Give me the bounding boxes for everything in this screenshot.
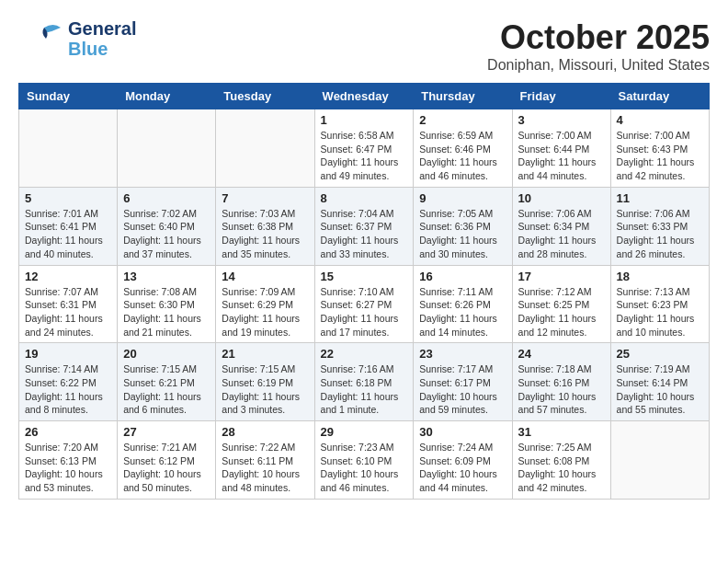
day-number: 19 xyxy=(25,347,111,361)
day-info: Sunrise: 7:06 AM Sunset: 6:33 PM Dayligh… xyxy=(617,207,703,261)
calendar-day-cell: 5Sunrise: 7:01 AM Sunset: 6:41 PM Daylig… xyxy=(19,187,118,265)
logo-blue: Blue xyxy=(68,39,136,59)
day-number: 25 xyxy=(617,347,703,361)
month-year-title: October 2025 xyxy=(487,18,710,57)
day-info: Sunrise: 7:22 AM Sunset: 6:11 PM Dayligh… xyxy=(222,441,308,495)
day-info: Sunrise: 7:08 AM Sunset: 6:30 PM Dayligh… xyxy=(123,285,210,339)
logo: General Blue xyxy=(18,18,136,59)
calendar-day-cell: 4Sunrise: 7:00 AM Sunset: 6:43 PM Daylig… xyxy=(610,109,709,188)
calendar-day-cell xyxy=(19,109,118,188)
calendar-day-cell: 28Sunrise: 7:22 AM Sunset: 6:11 PM Dayli… xyxy=(216,421,314,500)
calendar-day-cell: 15Sunrise: 7:10 AM Sunset: 6:27 PM Dayli… xyxy=(314,265,414,343)
calendar-day-cell xyxy=(118,109,216,188)
calendar-day-cell: 12Sunrise: 7:07 AM Sunset: 6:31 PM Dayli… xyxy=(19,265,118,343)
day-number: 5 xyxy=(25,191,111,205)
calendar-day-cell: 26Sunrise: 7:20 AM Sunset: 6:13 PM Dayli… xyxy=(19,421,118,500)
day-number: 15 xyxy=(321,270,408,283)
day-number: 27 xyxy=(123,425,210,439)
calendar-day-cell: 25Sunrise: 7:19 AM Sunset: 6:14 PM Dayli… xyxy=(610,343,709,421)
weekday-header-tuesday: Tuesday xyxy=(216,84,314,109)
day-number: 28 xyxy=(222,425,308,439)
weekday-header-monday: Monday xyxy=(118,84,216,109)
calendar-week-row: 12Sunrise: 7:07 AM Sunset: 6:31 PM Dayli… xyxy=(19,265,710,343)
calendar-day-cell: 19Sunrise: 7:14 AM Sunset: 6:22 PM Dayli… xyxy=(19,343,118,421)
day-number: 30 xyxy=(419,425,506,439)
calendar-day-cell: 10Sunrise: 7:06 AM Sunset: 6:34 PM Dayli… xyxy=(512,187,610,265)
calendar-day-cell: 9Sunrise: 7:05 AM Sunset: 6:36 PM Daylig… xyxy=(414,187,512,265)
day-number: 11 xyxy=(617,191,703,205)
calendar-day-cell: 14Sunrise: 7:09 AM Sunset: 6:29 PM Dayli… xyxy=(216,265,314,343)
day-info: Sunrise: 7:18 AM Sunset: 6:16 PM Dayligh… xyxy=(518,362,605,417)
day-number: 31 xyxy=(518,425,605,439)
calendar-week-row: 19Sunrise: 7:14 AM Sunset: 6:22 PM Dayli… xyxy=(19,343,710,421)
day-info: Sunrise: 7:09 AM Sunset: 6:29 PM Dayligh… xyxy=(222,285,308,339)
calendar-day-cell: 2Sunrise: 6:59 AM Sunset: 6:46 PM Daylig… xyxy=(414,109,512,188)
day-info: Sunrise: 7:05 AM Sunset: 6:36 PM Dayligh… xyxy=(419,207,506,261)
calendar-day-cell: 29Sunrise: 7:23 AM Sunset: 6:10 PM Dayli… xyxy=(314,421,414,500)
day-number: 20 xyxy=(123,347,210,361)
day-info: Sunrise: 7:00 AM Sunset: 6:44 PM Dayligh… xyxy=(518,129,605,183)
day-info: Sunrise: 7:11 AM Sunset: 6:26 PM Dayligh… xyxy=(419,285,506,339)
day-info: Sunrise: 7:13 AM Sunset: 6:23 PM Dayligh… xyxy=(617,285,703,339)
calendar-day-cell: 18Sunrise: 7:13 AM Sunset: 6:23 PM Dayli… xyxy=(610,265,709,343)
calendar-day-cell: 24Sunrise: 7:18 AM Sunset: 6:16 PM Dayli… xyxy=(512,343,610,421)
day-info: Sunrise: 7:06 AM Sunset: 6:34 PM Dayligh… xyxy=(518,207,605,261)
day-number: 18 xyxy=(617,270,703,283)
day-info: Sunrise: 7:12 AM Sunset: 6:25 PM Dayligh… xyxy=(518,285,605,339)
calendar-day-cell: 16Sunrise: 7:11 AM Sunset: 6:26 PM Dayli… xyxy=(414,265,512,343)
title-section: October 2025 Doniphan, Missouri, United … xyxy=(487,18,710,74)
calendar-week-row: 26Sunrise: 7:20 AM Sunset: 6:13 PM Dayli… xyxy=(19,421,710,500)
day-info: Sunrise: 7:07 AM Sunset: 6:31 PM Dayligh… xyxy=(25,285,111,339)
day-info: Sunrise: 7:15 AM Sunset: 6:21 PM Dayligh… xyxy=(123,362,210,417)
day-number: 6 xyxy=(123,191,210,205)
day-info: Sunrise: 7:02 AM Sunset: 6:40 PM Dayligh… xyxy=(123,207,210,261)
day-number: 8 xyxy=(321,191,408,205)
page-header: General Blue October 2025 Doniphan, Miss… xyxy=(18,18,710,74)
day-info: Sunrise: 6:59 AM Sunset: 6:46 PM Dayligh… xyxy=(419,129,506,183)
weekday-header-thursday: Thursday xyxy=(414,84,512,109)
day-number: 17 xyxy=(518,270,605,283)
day-number: 13 xyxy=(123,270,210,283)
day-info: Sunrise: 7:03 AM Sunset: 6:38 PM Dayligh… xyxy=(222,207,308,261)
day-info: Sunrise: 7:25 AM Sunset: 6:08 PM Dayligh… xyxy=(518,441,605,495)
day-number: 4 xyxy=(617,113,703,127)
day-info: Sunrise: 7:04 AM Sunset: 6:37 PM Dayligh… xyxy=(321,207,408,261)
day-info: Sunrise: 7:23 AM Sunset: 6:10 PM Dayligh… xyxy=(321,441,408,495)
day-info: Sunrise: 7:14 AM Sunset: 6:22 PM Dayligh… xyxy=(25,362,111,417)
day-info: Sunrise: 6:58 AM Sunset: 6:47 PM Dayligh… xyxy=(321,129,408,183)
calendar-day-cell: 7Sunrise: 7:03 AM Sunset: 6:38 PM Daylig… xyxy=(216,187,314,265)
day-number: 12 xyxy=(25,270,111,283)
calendar-day-cell: 11Sunrise: 7:06 AM Sunset: 6:33 PM Dayli… xyxy=(610,187,709,265)
weekday-header-row: SundayMondayTuesdayWednesdayThursdayFrid… xyxy=(19,84,710,109)
weekday-header-friday: Friday xyxy=(512,84,610,109)
logo-icon xyxy=(18,20,64,57)
day-number: 23 xyxy=(419,347,506,361)
day-number: 3 xyxy=(518,113,605,127)
day-info: Sunrise: 7:01 AM Sunset: 6:41 PM Dayligh… xyxy=(25,207,111,261)
day-info: Sunrise: 7:00 AM Sunset: 6:43 PM Dayligh… xyxy=(617,129,703,183)
day-info: Sunrise: 7:19 AM Sunset: 6:14 PM Dayligh… xyxy=(617,362,703,417)
day-info: Sunrise: 7:16 AM Sunset: 6:18 PM Dayligh… xyxy=(321,362,408,417)
calendar-day-cell: 20Sunrise: 7:15 AM Sunset: 6:21 PM Dayli… xyxy=(118,343,216,421)
calendar-day-cell: 30Sunrise: 7:24 AM Sunset: 6:09 PM Dayli… xyxy=(414,421,512,500)
calendar-week-row: 1Sunrise: 6:58 AM Sunset: 6:47 PM Daylig… xyxy=(19,109,710,188)
calendar-day-cell: 13Sunrise: 7:08 AM Sunset: 6:30 PM Dayli… xyxy=(118,265,216,343)
calendar-day-cell: 6Sunrise: 7:02 AM Sunset: 6:40 PM Daylig… xyxy=(118,187,216,265)
day-number: 9 xyxy=(419,191,506,205)
calendar-day-cell: 3Sunrise: 7:00 AM Sunset: 6:44 PM Daylig… xyxy=(512,109,610,188)
day-number: 14 xyxy=(222,270,308,283)
day-info: Sunrise: 7:15 AM Sunset: 6:19 PM Dayligh… xyxy=(222,362,308,417)
day-info: Sunrise: 7:21 AM Sunset: 6:12 PM Dayligh… xyxy=(123,441,210,495)
day-info: Sunrise: 7:20 AM Sunset: 6:13 PM Dayligh… xyxy=(25,441,111,495)
day-number: 1 xyxy=(321,113,408,127)
day-number: 29 xyxy=(321,425,408,439)
day-number: 16 xyxy=(419,270,506,283)
day-number: 22 xyxy=(321,347,408,361)
day-number: 26 xyxy=(25,425,111,439)
day-number: 24 xyxy=(518,347,605,361)
calendar-day-cell xyxy=(610,421,709,500)
calendar-day-cell: 22Sunrise: 7:16 AM Sunset: 6:18 PM Dayli… xyxy=(314,343,414,421)
weekday-header-saturday: Saturday xyxy=(610,84,709,109)
calendar-day-cell: 21Sunrise: 7:15 AM Sunset: 6:19 PM Dayli… xyxy=(216,343,314,421)
day-number: 21 xyxy=(222,347,308,361)
